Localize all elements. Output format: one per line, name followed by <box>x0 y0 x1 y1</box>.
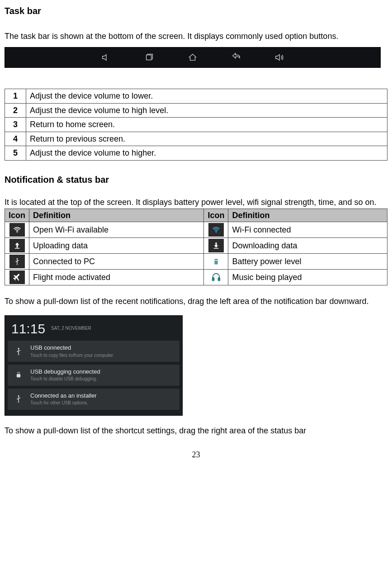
svg-rect-3 <box>14 248 19 249</box>
wifi-connected-icon <box>208 223 224 237</box>
taskbar-definitions-table: 1Adjust the device volume to lower. 2Adj… <box>5 89 387 161</box>
svg-rect-8 <box>215 261 217 264</box>
recent-apps-icon <box>143 52 155 63</box>
col-definition: Definition <box>228 209 387 222</box>
usb-icon <box>12 345 25 358</box>
svg-point-11 <box>18 348 19 349</box>
table-row: 4Return to previous screen. <box>5 132 387 146</box>
pulldown-right-description: To show a pull-down list of the shortcut… <box>5 426 387 436</box>
heading-task-bar: Task bar <box>5 5 387 17</box>
task-bar-description: The task bar is shown at the bottom of t… <box>5 28 387 44</box>
battery-icon <box>208 255 224 268</box>
svg-rect-12 <box>17 374 20 377</box>
col-icon: Icon <box>204 209 228 222</box>
volume-up-icon <box>274 52 285 63</box>
heading-notification-status-bar: Notification & status bar <box>5 174 387 185</box>
icon-definitions-table: Icon Definition Icon Definition Open Wi-… <box>5 209 387 286</box>
svg-rect-10 <box>218 278 220 280</box>
music-playing-icon <box>208 271 224 284</box>
svg-point-1 <box>17 232 18 233</box>
notification-item: Connected as an installer Touch for othe… <box>8 389 179 410</box>
svg-rect-7 <box>216 259 217 260</box>
table-row: Uploading data Downloading data <box>5 238 387 254</box>
notification-item: USB connected Touch to copy files to/fro… <box>8 341 179 362</box>
notification-item: USB debugging connected Touch to disable… <box>8 365 179 386</box>
table-row: Flight mode activated Music being played <box>5 270 387 285</box>
page-number: 23 <box>5 450 387 460</box>
airplane-mode-icon <box>9 271 25 284</box>
download-icon <box>208 239 224 252</box>
pulldown-left-description: To show a pull-down list of the recent n… <box>5 296 387 307</box>
back-icon <box>230 52 242 63</box>
clock-date: SAT, 2 NOVEMBER <box>51 326 91 332</box>
clock-time: 11:15 <box>11 320 45 337</box>
col-definition: Definition <box>29 209 204 222</box>
notification-bar-description: It is located at the top of the screen. … <box>5 197 387 208</box>
svg-rect-4 <box>214 248 219 249</box>
svg-rect-9 <box>213 278 214 280</box>
volume-down-icon <box>100 52 112 63</box>
svg-point-15 <box>18 395 19 397</box>
upload-icon <box>9 239 25 252</box>
table-row: Connected to PC Battery power level <box>5 254 387 270</box>
usb-icon <box>12 393 25 405</box>
svg-point-14 <box>19 373 20 374</box>
svg-rect-0 <box>146 55 151 60</box>
android-debug-icon <box>12 369 25 382</box>
table-row: 3Return to home screen. <box>5 118 387 132</box>
usb-icon <box>9 255 25 268</box>
svg-point-13 <box>18 373 19 374</box>
table-row: 1Adjust the device volume to lower. <box>5 89 387 104</box>
col-icon: Icon <box>5 209 29 222</box>
notification-panel-screenshot: 11:15 SAT, 2 NOVEMBER USB connected Touc… <box>5 315 183 416</box>
home-icon <box>187 52 198 63</box>
svg-point-5 <box>16 258 18 260</box>
taskbar-screenshot <box>5 47 381 68</box>
wifi-available-icon <box>9 223 25 237</box>
table-row: Open Wi-Fi available Wi-Fi connected <box>5 222 387 238</box>
svg-point-2 <box>216 232 217 233</box>
table-row: 2Adjust the device volume to high level. <box>5 103 387 118</box>
table-row: 5Adjust the device volume to higher. <box>5 146 387 161</box>
